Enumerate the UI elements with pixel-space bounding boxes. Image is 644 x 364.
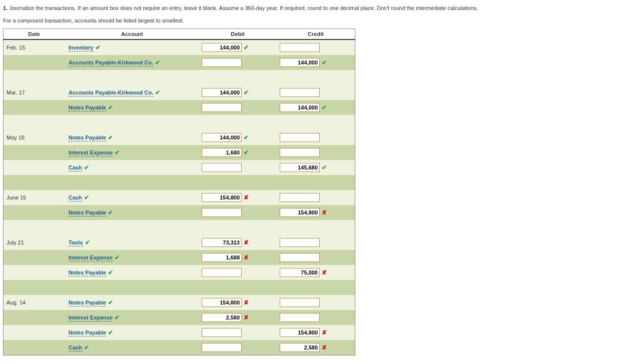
debit-input[interactable] — [202, 193, 242, 202]
debit-input[interactable] — [202, 103, 242, 112]
account-dropdown[interactable]: Cash — [69, 344, 82, 352]
debit-input[interactable] — [202, 298, 242, 307]
account-cell — [66, 115, 199, 130]
check-icon: ✔ — [322, 104, 327, 111]
date-cell — [4, 265, 66, 280]
account-dropdown[interactable]: Notes Payable — [69, 270, 106, 276]
date-cell — [4, 115, 66, 130]
credit-input[interactable] — [280, 298, 320, 307]
credit-cell — [277, 310, 355, 325]
account-dropdown[interactable]: Accounts Payable-Kirkwood Co. — [69, 60, 153, 66]
account-dropdown[interactable]: Notes Payable — [69, 104, 106, 112]
credit-input[interactable] — [280, 343, 320, 352]
account-cell: Tools✔ — [66, 235, 199, 250]
account-cell: Inventory✔ — [66, 40, 199, 55]
credit-cell: ✘ — [277, 205, 355, 220]
journal-table: Date Account Debit Credit Feb. 15Invento… — [3, 28, 355, 356]
account-cell: Cash✔ — [66, 340, 199, 356]
account-dropdown[interactable]: Cash — [69, 194, 82, 202]
table-row: Mar. 17Accounts Payable-Kirkwood Co.✔✔ — [4, 85, 355, 100]
debit-input[interactable] — [202, 133, 242, 142]
debit-cell: ✘ — [199, 295, 277, 310]
check-icon: ✔ — [84, 344, 89, 351]
debit-input[interactable] — [202, 163, 242, 172]
debit-cell: ✔ — [199, 130, 277, 145]
account-dropdown[interactable]: Notes Payable — [69, 330, 106, 336]
account-dropdown[interactable]: Notes Payable — [69, 134, 106, 142]
debit-input[interactable] — [202, 328, 242, 337]
check-icon: ✔ — [244, 44, 249, 51]
account-dropdown[interactable]: Accounts Payable-Kirkwood Co. — [69, 90, 153, 96]
credit-input[interactable] — [280, 208, 320, 217]
credit-cell: ✔ — [277, 100, 355, 115]
instruction-line-2: For a compound transaction, accounts sho… — [3, 16, 641, 25]
credit-input[interactable] — [280, 193, 320, 202]
credit-input[interactable] — [280, 268, 320, 277]
credit-input[interactable] — [280, 103, 320, 112]
credit-cell — [277, 130, 355, 145]
credit-input[interactable] — [280, 253, 320, 262]
credit-input[interactable] — [280, 43, 320, 52]
credit-cell: ✘ — [277, 325, 355, 340]
debit-input[interactable] — [202, 43, 242, 52]
debit-cell — [199, 205, 277, 220]
credit-cell: ✔ — [277, 55, 355, 70]
account-dropdown[interactable]: Tools — [69, 240, 83, 246]
account-cell: Cash✔ — [66, 190, 199, 205]
credit-input[interactable] — [280, 238, 320, 247]
debit-cell — [199, 265, 277, 280]
account-dropdown[interactable]: Inventory — [69, 44, 94, 52]
debit-input[interactable] — [202, 343, 242, 352]
date-cell — [4, 145, 66, 160]
credit-input[interactable] — [280, 163, 320, 172]
date-cell: June 15 — [4, 190, 66, 205]
credit-cell — [277, 295, 355, 310]
debit-cell — [199, 175, 277, 190]
table-row: Accounts Payable-Kirkwood Co.✔✔ — [4, 55, 355, 70]
credit-input[interactable] — [280, 313, 320, 322]
debit-input[interactable] — [202, 253, 242, 262]
cross-icon: ✘ — [322, 329, 327, 336]
debit-input[interactable] — [202, 58, 242, 67]
account-cell: Notes Payable✔ — [66, 100, 199, 115]
credit-input[interactable] — [280, 58, 320, 67]
credit-cell: ✔ — [277, 160, 355, 175]
credit-cell: ✘ — [277, 340, 355, 356]
date-cell — [4, 340, 66, 356]
check-icon: ✔ — [322, 164, 327, 171]
credit-input[interactable] — [280, 328, 320, 337]
debit-input[interactable] — [202, 208, 242, 217]
debit-input[interactable] — [202, 313, 242, 322]
cross-icon: ✘ — [244, 254, 249, 261]
check-icon: ✔ — [244, 134, 249, 141]
account-dropdown[interactable]: Interest Expense — [69, 254, 113, 262]
debit-cell: ✔ — [199, 145, 277, 160]
check-icon: ✔ — [108, 299, 113, 306]
table-row: Aug. 14Notes Payable✔✘ — [4, 295, 355, 310]
credit-input[interactable] — [280, 88, 320, 97]
debit-input[interactable] — [202, 268, 242, 277]
date-cell: May 16 — [4, 130, 66, 145]
credit-cell — [277, 235, 355, 250]
account-dropdown[interactable]: Interest Expense — [69, 314, 113, 322]
header-row: Date Account Debit Credit — [4, 29, 355, 40]
credit-input[interactable] — [280, 133, 320, 142]
credit-cell — [277, 145, 355, 160]
table-row: June 15Cash✔✘ — [4, 190, 355, 205]
date-cell — [4, 205, 66, 220]
credit-input[interactable] — [280, 148, 320, 157]
debit-input[interactable] — [202, 88, 242, 97]
account-dropdown[interactable]: Notes Payable — [69, 300, 106, 306]
debit-cell — [199, 115, 277, 130]
account-dropdown[interactable]: Interest Expense — [69, 150, 113, 156]
account-cell: Notes Payable✔ — [66, 130, 199, 145]
credit-cell — [277, 70, 355, 85]
debit-input[interactable] — [202, 148, 242, 157]
debit-input[interactable] — [202, 238, 242, 247]
table-row — [4, 280, 355, 295]
account-dropdown[interactable]: Notes Payable — [69, 210, 106, 216]
check-icon: ✔ — [108, 104, 113, 111]
account-dropdown[interactable]: Cash — [69, 164, 82, 172]
check-icon: ✔ — [115, 149, 120, 156]
credit-cell — [277, 280, 355, 295]
